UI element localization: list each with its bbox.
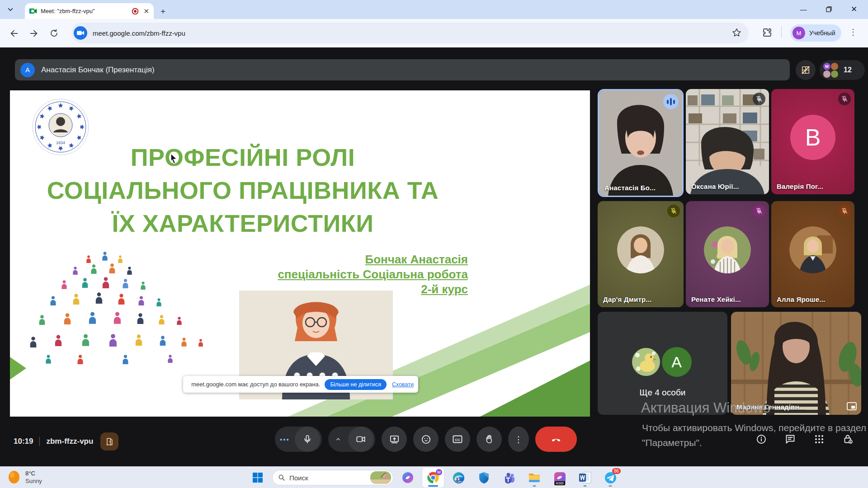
running-app-indicator [533, 485, 536, 487]
tab-title: Meet: "zbm-ffzz-vpu" [41, 8, 132, 14]
tab-search-chevron-icon[interactable] [6, 5, 14, 14]
file-explorer-icon[interactable] [524, 468, 545, 488]
camera-options-chevron-icon[interactable] [328, 436, 348, 442]
running-app-indicator [584, 485, 587, 487]
picture-in-picture-icon[interactable] [847, 402, 857, 410]
participant-initial-avatar: В [790, 115, 835, 160]
camera-permission-icon[interactable] [74, 26, 87, 40]
participant-tile[interactable]: Оксана Юрії... [686, 89, 769, 194]
end-call-icon [550, 433, 562, 445]
search-highlight-image [370, 471, 391, 484]
profile-button[interactable]: M Учебный [790, 24, 841, 42]
hide-notice-link[interactable]: Сховати [392, 381, 414, 388]
present-icon [389, 434, 400, 445]
participant-tile[interactable]: Марина Геннадівн... [731, 312, 861, 415]
weather-widget[interactable]: 8°C Sunny [7, 469, 42, 485]
browser-menu-kebab-icon[interactable]: ⋮ [849, 27, 857, 37]
participant-name: Дар'я Дмитр... [603, 296, 652, 303]
window-restore-button[interactable] [818, 0, 839, 18]
chrome-taskbar-icon[interactable]: M [422, 468, 444, 488]
captions-icon: CC [452, 434, 463, 445]
extensions-icon[interactable] [761, 27, 772, 38]
lock-person-icon [843, 434, 854, 445]
chat-icon [785, 434, 796, 445]
captions-button[interactable]: CC [445, 427, 470, 452]
edge-icon[interactable] [448, 468, 469, 488]
sun-icon [7, 469, 21, 485]
profile-avatar: M [793, 27, 805, 39]
participant-tile[interactable]: Дар'я Дмитр... [598, 201, 684, 307]
windows-activation-watermark: Активация Windows [641, 400, 770, 416]
participants-count: 12 [844, 66, 852, 74]
camera-button[interactable] [328, 427, 375, 452]
chat-button[interactable] [785, 434, 796, 445]
mic-off-icon [838, 205, 851, 217]
m365-copilot-icon[interactable]: M365 [549, 468, 571, 488]
mic-off-icon [667, 205, 680, 217]
crowd-illustration [18, 242, 216, 372]
participant-tile[interactable]: В Валерія Пог... [771, 89, 854, 194]
stop-sharing-button[interactable]: Більше не ділитися [325, 379, 387, 390]
participants-button[interactable]: M 12 [820, 60, 865, 80]
url-bar[interactable]: meet.google.com/zbm-ffzz-vpu [71, 23, 749, 43]
participant-name: Оксана Юрії... [691, 183, 739, 190]
kebab-icon: ⋮ [514, 434, 523, 445]
grid-off-icon [801, 65, 811, 75]
tab-close-icon[interactable]: ✕ [143, 7, 149, 15]
raise-hand-button[interactable] [476, 427, 502, 452]
recording-indicator-icon [132, 8, 139, 15]
browser-tab[interactable]: Meet: "zbm-ffzz-vpu" ✕ [25, 3, 154, 19]
new-tab-button[interactable]: ＋ [159, 6, 167, 16]
copilot-icon[interactable] [397, 468, 419, 488]
more-options-button[interactable]: ⋮ [508, 427, 529, 452]
url-text: meet.google.com/zbm-ffzz-vpu [93, 29, 185, 37]
presentation-slide: 1834 ПРОФЕСІЙНІ РОЛІ СОЦІАЛЬНОГО ПРАЦІВН… [10, 90, 590, 417]
participant-name: Ренате Хейкі... [691, 296, 741, 303]
overflow-tile[interactable]: A Ще 4 особи [598, 312, 727, 415]
windows-logo-icon [252, 472, 263, 483]
breakout-room-button[interactable] [100, 432, 118, 450]
smiley-icon [421, 434, 431, 445]
info-divider [39, 437, 40, 446]
windows-security-icon[interactable] [473, 468, 495, 488]
present-screen-button[interactable] [382, 427, 407, 452]
overflow-avatars: A [632, 347, 693, 377]
activities-button[interactable] [814, 434, 825, 445]
forward-button[interactable] [26, 26, 42, 41]
end-call-button[interactable] [535, 427, 577, 452]
participant-tile[interactable]: Алла Яроше... [771, 201, 854, 307]
participant-tile[interactable]: Анастасія Бо... [598, 89, 684, 197]
window-minimize-button[interactable]: — [793, 0, 814, 18]
telegram-unread-badge: 86 [612, 468, 621, 474]
slide-title: ПРОФЕСІЙНІ РОЛІ СОЦІАЛЬНОГО ПРАЦІВНИКА Т… [28, 141, 458, 240]
reactions-button[interactable] [413, 427, 439, 452]
door-icon [105, 437, 114, 446]
duckling-avatar [632, 348, 660, 376]
meeting-time: 10:19 [14, 437, 33, 446]
start-button[interactable] [247, 468, 269, 488]
microphone-button[interactable]: ••• [275, 427, 322, 452]
svg-text:CC: CC [455, 438, 460, 442]
window-close-button[interactable]: ✕ [844, 0, 864, 18]
meeting-details-button[interactable] [756, 434, 767, 445]
reload-button[interactable] [46, 26, 61, 41]
participant-name: Алла Яроше... [777, 296, 825, 303]
meeting-code: zbm-ffzz-vpu [46, 437, 93, 446]
bookmark-star-icon[interactable] [731, 28, 742, 38]
teams-icon[interactable] [498, 468, 520, 488]
mouse-cursor [169, 153, 179, 164]
grid-off-view-button[interactable] [796, 60, 816, 80]
back-button[interactable] [6, 26, 22, 41]
overflow-initial-avatar: A [662, 347, 692, 377]
audio-activity-icon: ••• [275, 436, 295, 443]
word-icon[interactable] [574, 468, 596, 488]
host-controls-button[interactable] [843, 434, 854, 445]
participant-video [731, 312, 861, 415]
running-app-indicator [609, 485, 612, 487]
participant-tile[interactable]: Ренате Хейкі... [686, 201, 769, 307]
meet-favicon-icon [29, 8, 37, 14]
telegram-icon[interactable]: 86 [599, 468, 621, 488]
taskbar-search[interactable]: Поиск [272, 470, 393, 485]
search-placeholder: Поиск [289, 474, 370, 482]
participant-photo-avatar [789, 226, 836, 273]
